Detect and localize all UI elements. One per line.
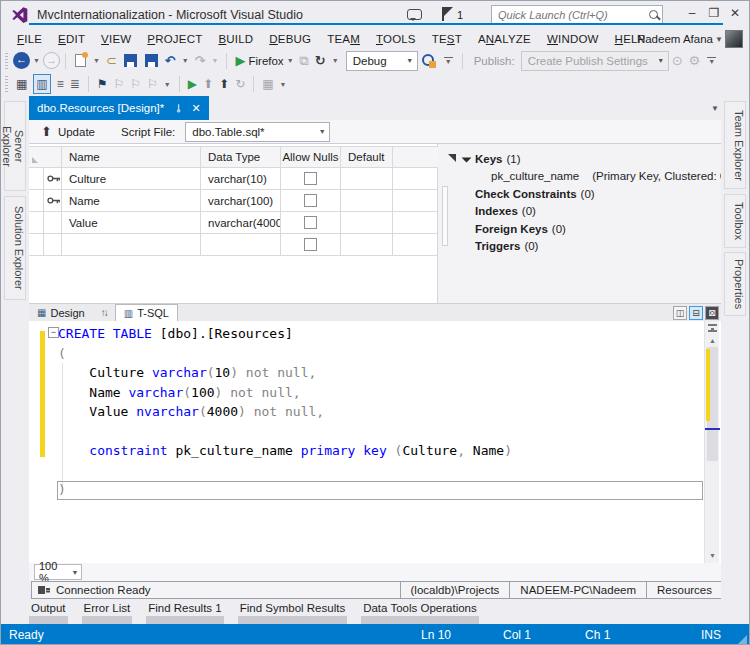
data-type-cell[interactable]: [201, 234, 281, 256]
previous-bookmark-icon[interactable]: ⚐: [114, 75, 125, 93]
menu-test[interactable]: TEST: [424, 31, 470, 47]
menu-project[interactable]: PROJECT: [139, 31, 210, 47]
refresh-caret[interactable]: ▼: [332, 57, 339, 64]
publish-overflow-button[interactable]: ▼: [707, 57, 716, 65]
tab-tsql[interactable]: ▥ T-SQL: [115, 304, 178, 322]
grid-scrollbar[interactable]: [442, 186, 448, 246]
code-line[interactable]: [58, 461, 703, 481]
code-line[interactable]: Value nvarchar(4000) not null,: [58, 402, 703, 422]
allow-nulls-checkbox[interactable]: [304, 238, 317, 251]
scroll-up-arrow[interactable]: ▲: [705, 337, 720, 344]
horizontal-split-button[interactable]: ⊟: [689, 306, 703, 320]
column-name-cell[interactable]: Culture: [62, 168, 201, 190]
tool-tab-find-symbol-results[interactable]: Find Symbol Results: [238, 599, 347, 624]
toolbar-grip[interactable]: [5, 53, 8, 69]
refresh-icon[interactable]: ↻: [235, 75, 245, 93]
script-file-combo[interactable]: dbo.Table.sql*▼: [185, 122, 330, 142]
scroll-down-arrow[interactable]: ▼: [705, 552, 720, 559]
data-type-cell[interactable]: varchar(10): [201, 168, 281, 190]
code-line[interactable]: Name varchar(100) not null,: [58, 383, 703, 403]
row-selector-cell[interactable]: [29, 190, 44, 212]
find-in-files-icon[interactable]: [421, 53, 437, 69]
table-row[interactable]: Namevarchar(100): [29, 190, 438, 212]
code-line[interactable]: [58, 500, 703, 520]
grid-column-header[interactable]: Default: [341, 146, 393, 168]
undo-caret[interactable]: ▼: [182, 57, 189, 64]
default-cell[interactable]: [341, 168, 393, 190]
save-all-icon[interactable]: [145, 54, 158, 67]
swap-panes-icon[interactable]: ↑↓: [101, 307, 107, 318]
code-line[interactable]: constraint pk_culture_name primary key (…: [58, 441, 703, 461]
execute-query-icon[interactable]: ▶: [188, 75, 197, 93]
new-item-caret[interactable]: ▼: [93, 57, 100, 64]
resize-grip[interactable]: [738, 635, 747, 644]
run-target-label[interactable]: Firefox: [248, 55, 283, 67]
menu-file[interactable]: FILE: [9, 31, 50, 47]
pin-tab-icon[interactable]: ⊸: [172, 103, 185, 112]
close-button[interactable]: ✕: [726, 5, 744, 23]
notifications-flag-icon[interactable]: [441, 7, 453, 21]
feedback-bubble-icon[interactable]: [407, 9, 422, 20]
update-database-icon[interactable]: ⬆: [203, 75, 213, 93]
tree-item-indexes[interactable]: Indexes(0): [457, 203, 723, 221]
zoom-level-combo[interactable]: 100 %▼: [34, 564, 82, 580]
signed-in-user[interactable]: Nadeem Afana: [637, 33, 713, 45]
row-selector-cell[interactable]: [29, 234, 44, 256]
toolbar-overflow-button[interactable]: ▼: [444, 57, 453, 65]
update-button[interactable]: Update: [58, 126, 95, 138]
default-cell[interactable]: [341, 190, 393, 212]
grid-column-header[interactable]: Allow Nulls: [281, 146, 341, 168]
results-grid-icon[interactable]: ▦: [262, 75, 273, 93]
splitter-arrow-icon[interactable]: [448, 154, 456, 162]
allow-nulls-checkbox[interactable]: [304, 172, 317, 185]
attach-icon[interactable]: ⧉: [300, 52, 309, 69]
allow-nulls-checkbox[interactable]: [304, 216, 317, 229]
user-dropdown-caret[interactable]: ▼: [715, 35, 723, 44]
toolbar-grip[interactable]: [5, 76, 8, 92]
code-line[interactable]: CREATE TABLE [dbo].[Resources]: [58, 324, 703, 344]
publish-profile-icon[interactable]: ⊙: [672, 52, 683, 69]
close-tab-icon[interactable]: ✕: [191, 102, 200, 115]
save-icon[interactable]: [124, 54, 137, 67]
tree-item-foreign-keys[interactable]: Foreign Keys(0): [457, 220, 723, 238]
menu-debug[interactable]: DEBUG: [261, 31, 319, 47]
maximize-button[interactable]: ❐: [705, 5, 723, 23]
view-designer-icon[interactable]: ▦: [16, 75, 27, 93]
open-file-icon[interactable]: ⊂: [106, 52, 117, 69]
clear-bookmarks-icon[interactable]: ⚐: [147, 75, 158, 93]
quick-launch-box[interactable]: [491, 5, 663, 25]
row-selector-cell[interactable]: [29, 168, 44, 190]
menu-tools[interactable]: TOOLS: [368, 31, 424, 47]
minimize-button[interactable]: –: [683, 5, 701, 23]
expand-wildcards-icon[interactable]: ≡: [57, 75, 64, 93]
tree-item-keys[interactable]: Keys(1): [457, 150, 723, 168]
menu-view[interactable]: VIEW: [93, 31, 139, 47]
next-bookmark-icon[interactable]: ⚐: [130, 75, 141, 93]
data-type-cell[interactable]: nvarchar(4000): [201, 212, 281, 234]
tab-dbo-resources-design[interactable]: dbo.Resources [Design]* ⊸ ✕: [29, 96, 209, 120]
data-type-cell[interactable]: varchar(100): [201, 190, 281, 212]
menu-window[interactable]: WINDOW: [539, 31, 607, 47]
editor-scrollbar[interactable]: ▲ ▼: [704, 321, 719, 563]
default-cell[interactable]: [341, 234, 393, 256]
configuration-combo[interactable]: Debug▼: [346, 51, 418, 71]
expanded-arrow-icon[interactable]: [462, 153, 472, 163]
publish-settings-gear-icon[interactable]: ⚙: [689, 52, 701, 69]
bookmark-icon[interactable]: ⚑: [97, 75, 108, 93]
column-name-cell[interactable]: Value: [62, 212, 201, 234]
side-tab-team-explorer[interactable]: Team Explorer: [724, 101, 746, 189]
tree-item-check-constraints[interactable]: Check Constraints(0): [457, 185, 723, 203]
navigate-forward-button[interactable]: →: [43, 52, 60, 69]
tsql-code-editor[interactable]: − CREATE TABLE [dbo].[Resources]( Cultur…: [29, 321, 723, 563]
allow-nulls-checkbox[interactable]: [304, 194, 317, 207]
default-cell[interactable]: [341, 212, 393, 234]
side-tab-solution-explorer[interactable]: Solution Explorer: [4, 196, 26, 300]
navigate-back-button[interactable]: ←: [13, 52, 30, 69]
tool-tab-output[interactable]: Output: [29, 599, 68, 624]
table-row[interactable]: Valuenvarchar(4000): [29, 212, 438, 234]
grid-corner-cell[interactable]: [29, 146, 62, 168]
menu-build[interactable]: BUILD: [210, 31, 261, 47]
code-line[interactable]: Culture varchar(10) not null,: [58, 363, 703, 383]
redo-caret[interactable]: ▼: [212, 57, 219, 64]
collapse-pane-button[interactable]: ⊠: [705, 306, 719, 320]
